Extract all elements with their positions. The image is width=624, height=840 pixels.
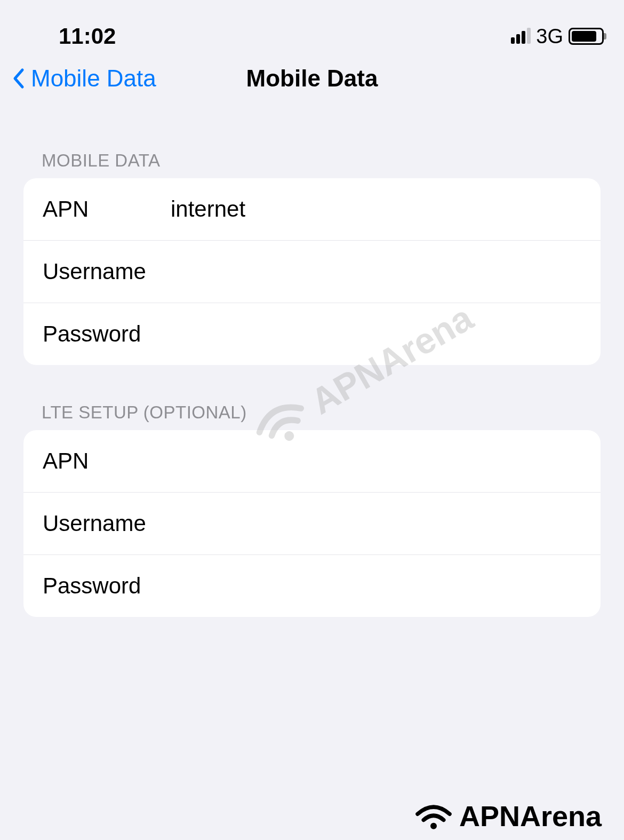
watermark-bottom: APNArena [412,799,602,833]
chevron-left-icon [10,66,27,91]
nav-bar: Mobile Data Mobile Data [0,53,624,113]
apn-input[interactable] [171,196,581,222]
username-label: Username [43,259,171,284]
row-apn[interactable]: APN [23,178,601,241]
network-type: 3G [536,25,563,48]
back-button[interactable]: Mobile Data [10,65,156,92]
apn-label: APN [43,196,171,222]
section-header-mobile-data: MOBILE DATA [0,113,624,178]
svg-point-1 [430,823,437,829]
back-label: Mobile Data [31,65,156,92]
row-lte-password[interactable]: Password [23,555,601,617]
username-input[interactable] [171,259,581,284]
lte-password-label: Password [43,573,171,599]
lte-username-label: Username [43,511,171,536]
row-username[interactable]: Username [23,241,601,303]
status-bar: 11:02 3G [0,0,624,53]
page-title: Mobile Data [246,65,378,92]
status-time: 11:02 [13,23,116,49]
password-input[interactable] [171,321,581,347]
section-group-mobile-data: APN Username Password [23,178,601,365]
lte-username-input[interactable] [171,511,581,536]
row-password[interactable]: Password [23,303,601,365]
battery-icon [569,28,604,45]
status-right: 3G [511,25,611,48]
row-lte-username[interactable]: Username [23,493,601,555]
password-label: Password [43,321,171,347]
row-lte-apn[interactable]: APN [23,430,601,493]
section-header-lte-setup: LTE SETUP (OPTIONAL) [0,365,624,430]
wifi-icon [412,800,455,832]
lte-apn-input[interactable] [171,448,581,474]
section-group-lte-setup: APN Username Password [23,430,601,617]
watermark-text: APNArena [459,799,602,833]
lte-apn-label: APN [43,448,171,474]
signal-icon [511,29,531,44]
lte-password-input[interactable] [171,573,581,599]
